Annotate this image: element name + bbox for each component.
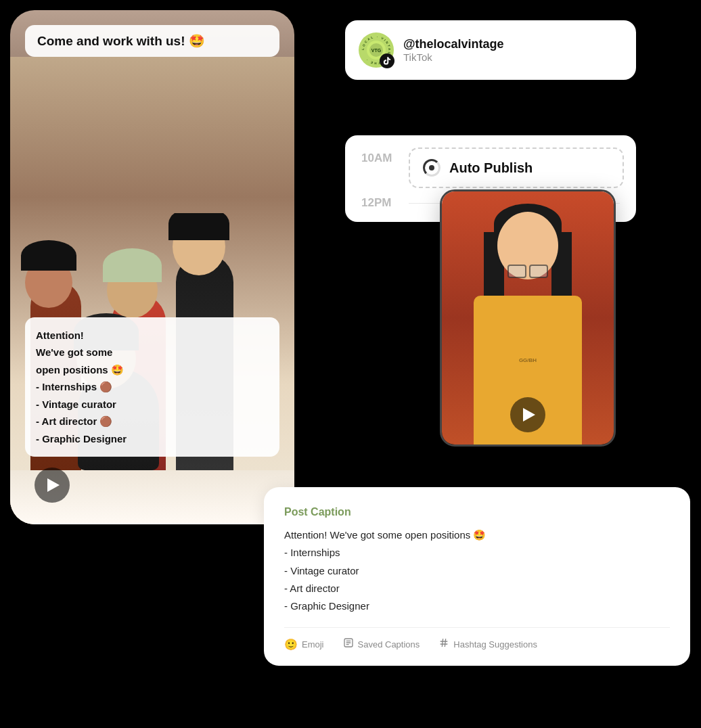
caption-line-1: Attention! (36, 329, 84, 341)
phone-play-button[interactable] (35, 468, 70, 503)
auto-publish-badge[interactable]: Auto Publish (409, 147, 624, 188)
tiktok-badge-icon (380, 53, 394, 68)
phone-overlay-caption: Attention! We've got some open positions… (25, 317, 279, 457)
account-username: @thelocalvintage (403, 37, 504, 51)
saved-captions-button[interactable]: Saved Captions (343, 637, 420, 651)
caption-actions-bar: 🙂 Emoji Saved Captions Hashtag Suggestio… (284, 627, 670, 651)
caption-line-7: - Graphic Designer (36, 433, 127, 445)
time-label-12pm: 12PM (361, 196, 409, 210)
caption-text-line2: - Internships (284, 547, 340, 558)
caption-card-text: Attention! We've got some open positions… (284, 526, 670, 615)
glass-left (507, 265, 526, 278)
svg-text:VTG: VTG (371, 48, 382, 53)
caption-line-2: We've got some (36, 346, 112, 358)
account-platform: TikTok (403, 51, 504, 63)
tiktok-account-card: LOCAL · VINTAGE · THE · VTG @thelocalvin… (345, 20, 636, 80)
emoji-button[interactable]: 🙂 Emoji (284, 637, 324, 651)
account-avatar: LOCAL · VINTAGE · THE · VTG (359, 32, 394, 68)
caption-text-line5: - Graphic Designer (284, 600, 369, 612)
caption-line-4: - Internships 🟤 (36, 381, 112, 392)
account-info: @thelocalvintage TikTok (403, 37, 504, 63)
video-background: GG/BH (442, 191, 614, 445)
phone-card: Come and work with us! 🤩 (10, 10, 294, 524)
time-label-10am: 10AM (361, 152, 409, 165)
auto-publish-label: Auto Publish (449, 160, 533, 176)
caption-card-label: Post Caption (284, 506, 670, 518)
play-button[interactable] (510, 397, 545, 432)
auto-publish-icon (422, 158, 441, 177)
person-glasses (507, 265, 548, 278)
phone-play-icon (47, 478, 60, 492)
caption-text-line3: - Vintage curator (284, 565, 359, 576)
hashtag-suggestions-button[interactable]: Hashtag Suggestions (438, 637, 537, 651)
hashtag-suggestions-label: Hashtag Suggestions (453, 639, 537, 650)
play-icon (523, 408, 535, 422)
saved-captions-icon (343, 637, 354, 651)
caption-text-line4: - Art director (284, 583, 340, 594)
person-head (497, 212, 558, 279)
hashtag-icon (438, 637, 449, 651)
caption-line-5: - Vintage curator (36, 399, 116, 410)
video-thumbnail-card[interactable]: GG/BH (440, 189, 616, 447)
caption-text-line1: Attention! We've got some open positions… (284, 529, 486, 541)
phone-content: Come and work with us! 🤩 (10, 10, 294, 524)
emoji-icon: 🙂 (284, 638, 298, 651)
glass-right (529, 265, 548, 278)
caption-line-3: open positions 🤩 (36, 364, 124, 376)
saved-captions-label: Saved Captions (358, 639, 420, 650)
post-caption-card: Post Caption Attention! We've got some o… (264, 487, 690, 666)
caption-line-6: - Art director 🟤 (36, 415, 112, 427)
emoji-label: Emoji (302, 639, 324, 650)
phone-top-caption: Come and work with us! 🤩 (25, 25, 279, 57)
shirt-text: GG/BH (519, 357, 537, 363)
